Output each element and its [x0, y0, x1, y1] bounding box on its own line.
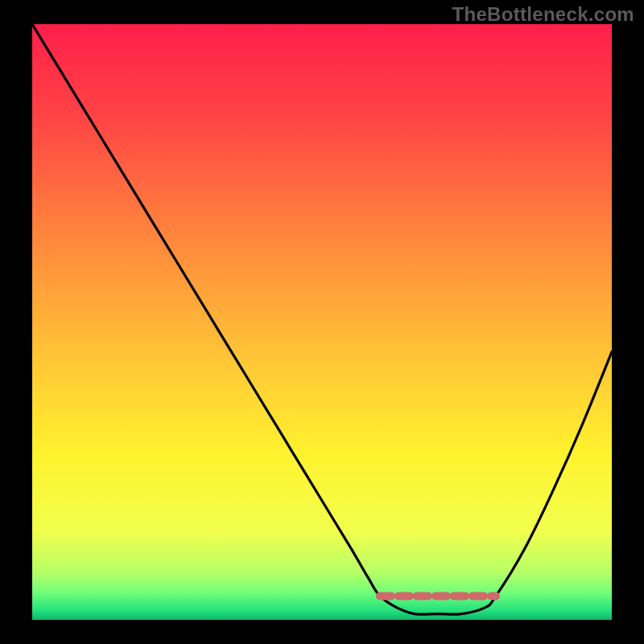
bottleneck-curve	[32, 24, 612, 614]
chart-frame: TheBottleneck.com	[0, 0, 644, 644]
curve-layer	[32, 24, 612, 620]
watermark-text: TheBottleneck.com	[452, 3, 634, 26]
plot-area	[32, 24, 612, 620]
